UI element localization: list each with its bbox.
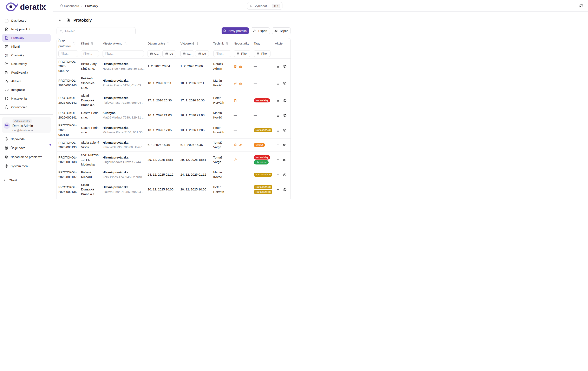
svg-text:1: 1 [5, 53, 6, 55]
svg-text:2: 2 [5, 55, 6, 57]
